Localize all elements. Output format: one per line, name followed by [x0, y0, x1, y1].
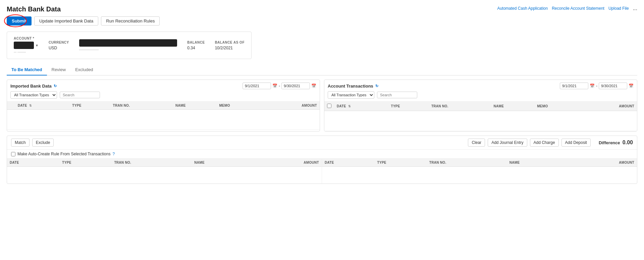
upload-file-link[interactable]: Upload File	[608, 6, 629, 11]
bottom-right-tbody	[322, 167, 637, 184]
imported-search-input[interactable]	[60, 92, 100, 98]
account-transactions-header: Account Transactions ↻ 📅 - 📅 All Transac…	[324, 80, 637, 102]
account-panel: ACCOUNT * ▼ ··· ········· CURRENCY USD ·…	[7, 32, 252, 59]
tab-excluded[interactable]: Excluded	[70, 64, 98, 75]
reconcile-link[interactable]: Reconcile Account Statement	[552, 6, 604, 11]
add-charge-button[interactable]: Add Charge	[530, 139, 559, 147]
account-transactions-date-from[interactable]	[560, 83, 588, 89]
bottom-right-table: DATE TYPE TRAN NO. NAME AMOUNT	[322, 159, 637, 184]
imported-th-date: DATE ⇅	[15, 102, 69, 110]
balance-value: 0.34	[187, 46, 205, 50]
bottom-left-th-type: TYPE	[59, 159, 111, 167]
account-value-redacted	[14, 42, 34, 49]
bottom-right-th-date: DATE	[322, 159, 375, 167]
balance-as-of-group: BALANCE AS OF 10/2/2021	[215, 41, 245, 50]
account-sub-value: ··· ·········	[14, 50, 39, 54]
bottom-left-panel: DATE TYPE TRAN NO. NAME AMOUNT	[7, 159, 322, 184]
date-sort-icon[interactable]: ⇅	[29, 104, 32, 107]
imported-th-name: NAME	[173, 102, 216, 110]
page-wrapper: Match Bank Data Automated Cash Applicati…	[0, 0, 644, 260]
balance-redacted	[79, 39, 177, 47]
bottom-right-empty-row	[322, 167, 637, 184]
add-journal-entry-button[interactable]: Add Journal Entry	[488, 139, 527, 147]
update-imported-button[interactable]: Update Imported Bank Data	[34, 16, 98, 25]
account-transactions-select-all[interactable]	[327, 104, 331, 108]
balance-as-of-value: 10/2/2021	[215, 46, 245, 50]
imported-header-row: Imported Bank Data ↻ 📅 - 📅	[10, 83, 316, 89]
account-transactions-date-range: 📅 - 📅	[560, 83, 634, 89]
page-title: Match Bank Data	[7, 5, 61, 13]
imported-bank-data-panel: Imported Bank Data ↻ 📅 - 📅 All Transacti…	[7, 80, 320, 132]
currency-field-group: CURRENCY USD	[49, 41, 69, 50]
clear-button[interactable]: Clear	[468, 139, 485, 147]
account-transactions-date-from-calendar[interactable]: 📅	[590, 84, 595, 88]
bottom-left-th-name: NAME	[192, 159, 248, 167]
account-dropdown-arrow[interactable]: ▼	[35, 44, 39, 47]
tabs-bar: To Be Matched Review Excluded	[7, 64, 637, 75]
account-transactions-panel: Account Transactions ↻ 📅 - 📅 All Transac…	[324, 80, 637, 132]
imported-date-from[interactable]	[243, 83, 271, 89]
account-transactions-date-to-calendar[interactable]: 📅	[629, 84, 634, 88]
bottom-left-table: DATE TYPE TRAN NO. NAME AMOUNT	[7, 159, 322, 184]
account-transactions-search-input[interactable]	[377, 92, 417, 98]
imported-date-from-calendar[interactable]: 📅	[272, 84, 277, 88]
bottom-toolbar-right: Clear Add Journal Entry Add Charge Add D…	[468, 139, 633, 147]
tab-to-be-matched[interactable]: To Be Matched	[7, 64, 47, 75]
imported-th-tran: TRAN NO.	[110, 102, 173, 110]
bottom-left-empty-cell	[7, 167, 322, 184]
bottom-right-empty-cell	[322, 167, 637, 184]
account-transactions-table-area: DATE ⇅ TYPE TRAN NO. NAME MEMO AMOUNT	[324, 102, 637, 131]
bottom-right-th-amount: AMOUNT	[563, 159, 637, 167]
auto-create-help-icon[interactable]: ?	[112, 152, 115, 156]
bottom-toolbar-left: Match Exclude	[11, 139, 54, 147]
account-transactions-type-select[interactable]: All Transaction Types	[328, 91, 374, 99]
imported-date-to[interactable]	[281, 83, 310, 89]
balance-field-group: ·····················	[79, 39, 177, 52]
toolbar: Submit Update Imported Bank Data Run Rec…	[7, 16, 637, 25]
imported-th-memo: MEMO	[216, 102, 262, 110]
balance-sub: ·····················	[79, 48, 177, 52]
top-header: Match Bank Data Automated Cash Applicati…	[7, 5, 637, 13]
bottom-left-th-tran: TRAN NO.	[111, 159, 192, 167]
account-transactions-tbody	[324, 111, 637, 131]
account-transactions-header-row: Account Transactions ↻ 📅 - 📅	[328, 83, 634, 89]
imported-refresh-icon[interactable]: ↻	[54, 84, 57, 88]
account-input-row: ▼	[14, 42, 39, 49]
match-button[interactable]: Match	[11, 139, 30, 147]
run-rules-button[interactable]: Run Reconciliation Rules	[101, 16, 160, 25]
imported-data-table: DATE ⇅ TYPE TRAN NO. NAME MEMO AMOUNT	[7, 102, 320, 130]
account-date-sort-icon[interactable]: ⇅	[348, 105, 351, 108]
imported-date-range: 📅 - 📅	[243, 83, 316, 89]
main-panels: Imported Bank Data ↻ 📅 - 📅 All Transacti…	[7, 80, 637, 132]
account-transactions-th-checkbox[interactable]	[324, 102, 334, 111]
imported-filter-row: All Transaction Types	[10, 91, 316, 99]
bottom-left-th-date: DATE	[7, 159, 59, 167]
account-transactions-th-date: DATE ⇅	[334, 102, 388, 111]
submit-button[interactable]: Submit	[7, 16, 32, 25]
imported-th-type: TYPE	[69, 102, 110, 110]
imported-table-area: DATE ⇅ TYPE TRAN NO. NAME MEMO AMOUNT	[7, 102, 320, 130]
currency-label: CURRENCY	[49, 41, 69, 44]
difference-label: Difference	[599, 140, 620, 145]
account-transactions-filter-row: All Transaction Types	[328, 91, 634, 99]
imported-date-to-calendar[interactable]: 📅	[311, 84, 316, 88]
auto-create-checkbox[interactable]	[11, 152, 15, 156]
bottom-right-panel: DATE TYPE TRAN NO. NAME AMOUNT	[322, 159, 637, 184]
account-transactions-th-amount: AMOUNT	[579, 102, 637, 111]
imported-type-select[interactable]: All Transaction Types	[10, 91, 57, 99]
bottom-toolbar: Match Exclude Clear Add Journal Entry Ad…	[7, 136, 637, 150]
account-transactions-date-to[interactable]	[599, 83, 627, 89]
top-actions: Automated Cash Application Reconcile Acc…	[497, 5, 637, 11]
balance-label: BALANCE	[187, 41, 205, 44]
imported-tbody	[7, 110, 320, 130]
automated-cash-link[interactable]: Automated Cash Application	[497, 6, 548, 11]
exclude-button[interactable]: Exclude	[32, 139, 54, 147]
balance-amount-group: BALANCE 0.34	[187, 41, 205, 50]
account-transactions-refresh-icon[interactable]: ↻	[375, 84, 378, 88]
add-deposit-button[interactable]: Add Deposit	[561, 139, 591, 147]
imported-empty-row	[7, 110, 320, 130]
bottom-right-th-tran: TRAN NO.	[427, 159, 507, 167]
bottom-right-th-name: NAME	[507, 159, 563, 167]
more-actions-menu[interactable]: ...	[633, 5, 637, 11]
tab-review[interactable]: Review	[47, 64, 71, 75]
